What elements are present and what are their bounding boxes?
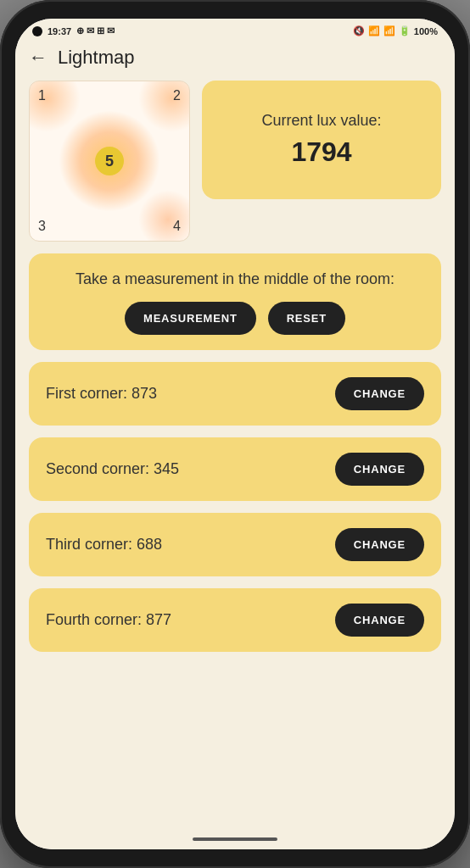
- change-button-4[interactable]: CHANGE: [335, 604, 424, 637]
- app-bar: ← Lightmap: [15, 40, 455, 81]
- home-indicator: [15, 831, 455, 849]
- glow-tr: [138, 81, 190, 132]
- center-badge: 5: [95, 147, 124, 175]
- instruction-text: Take a measurement in the middle of the …: [76, 269, 394, 290]
- corner-1-label: First corner: 873: [46, 385, 157, 403]
- status-time: 19:37: [48, 26, 71, 36]
- status-icons: ⊕ ✉ ⊞ ✉: [76, 25, 115, 36]
- content-area: 1 2 3 4 5 Current lux value: 1794 Take a…: [15, 81, 455, 831]
- lux-label: Current lux value:: [261, 112, 381, 130]
- signal-icon: 📶: [383, 25, 395, 36]
- phone-shell: 19:37 ⊕ ✉ ⊞ ✉ 🔇 📶 📶 🔋 100% ← Lightmap: [0, 0, 470, 868]
- wifi-icon: 📶: [368, 25, 380, 36]
- change-button-2[interactable]: CHANGE: [335, 453, 424, 486]
- corner-label-2: 2: [173, 88, 181, 103]
- camera-dot: [32, 26, 42, 36]
- measurement-button[interactable]: MEASUREMENT: [125, 302, 256, 335]
- change-button-3[interactable]: CHANGE: [335, 528, 424, 561]
- corner-label-3: 3: [38, 219, 46, 234]
- home-line: [193, 837, 277, 841]
- reset-button[interactable]: RESET: [268, 302, 345, 335]
- corner-label-4: 4: [173, 219, 181, 234]
- change-button-1[interactable]: CHANGE: [335, 377, 424, 410]
- instruction-buttons: MEASUREMENT RESET: [125, 302, 345, 335]
- status-right: 🔇 📶 📶 🔋 100%: [353, 25, 438, 36]
- back-button[interactable]: ←: [29, 48, 48, 67]
- corner-card-2: Second corner: 345 CHANGE: [29, 437, 441, 501]
- corner-card-4: Fourth corner: 877 CHANGE: [29, 588, 441, 652]
- instruction-card: Take a measurement in the middle of the …: [29, 253, 441, 350]
- app-bar-title: Lightmap: [58, 47, 135, 69]
- corner-card-1: First corner: 873 CHANGE: [29, 362, 441, 426]
- corner-card-3: Third corner: 688 CHANGE: [29, 513, 441, 576]
- phone-screen: 19:37 ⊕ ✉ ⊞ ✉ 🔇 📶 📶 🔋 100% ← Lightmap: [15, 19, 455, 849]
- corner-3-label: Third corner: 688: [46, 536, 162, 554]
- battery-level: 100%: [414, 26, 438, 36]
- battery-icon: 🔋: [399, 25, 411, 36]
- mute-icon: 🔇: [353, 25, 365, 36]
- corner-label-1: 1: [38, 88, 46, 103]
- glow-br: [138, 190, 190, 242]
- lux-card: Current lux value: 1794: [202, 81, 441, 199]
- lightmap-grid: 1 2 3 4 5: [29, 81, 190, 242]
- lightmap-section: 1 2 3 4 5 Current lux value: 1794: [29, 81, 441, 242]
- corner-4-label: Fourth corner: 877: [46, 611, 171, 629]
- lux-value: 1794: [291, 136, 351, 168]
- corner-2-label: Second corner: 345: [46, 460, 179, 478]
- status-bar: 19:37 ⊕ ✉ ⊞ ✉ 🔇 📶 📶 🔋 100%: [15, 19, 455, 40]
- status-left: 19:37 ⊕ ✉ ⊞ ✉: [32, 25, 115, 36]
